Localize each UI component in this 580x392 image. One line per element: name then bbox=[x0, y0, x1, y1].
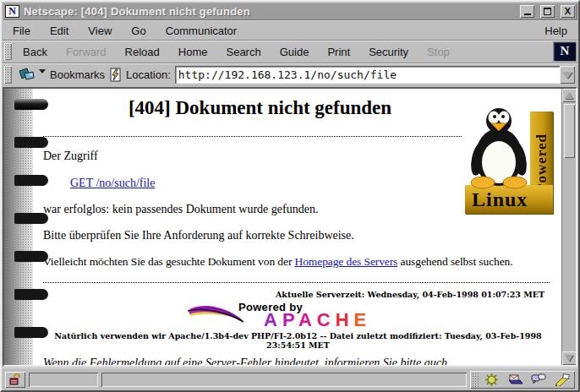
menu-edit[interactable]: Edit bbox=[50, 24, 68, 37]
location-bar: Bookmarks Location: bbox=[2, 63, 578, 86]
footer-before: Wenn die Fehlermeldung auf eine Server-F… bbox=[43, 357, 447, 365]
powered-label: Powered bbox=[533, 133, 550, 193]
menu-go[interactable]: Go bbox=[131, 24, 145, 37]
linux-label: Linux bbox=[472, 188, 528, 211]
arrow-down-icon bbox=[565, 355, 573, 362]
security-button[interactable]: Security bbox=[359, 42, 418, 62]
maximize-button[interactable] bbox=[540, 5, 555, 18]
guide-button[interactable]: Guide bbox=[271, 42, 319, 62]
browser-viewport: [404] Dokument nicht gefunden Der Zugrif… bbox=[3, 87, 577, 367]
stop-button[interactable]: Stop bbox=[418, 42, 459, 62]
linux-logo-horizontal-bar: Linux bbox=[465, 185, 553, 214]
menu-communicator[interactable]: Communicator bbox=[166, 24, 238, 37]
window-netscape-icon: N bbox=[5, 5, 19, 18]
print-button[interactable]: Print bbox=[318, 42, 359, 62]
server-info-text: Natürlich verwenden wir Apache/1.3b4-dev… bbox=[43, 331, 553, 350]
server-time-text: Aktuelle Serverzeit: Wednesday, 04-Feb-1… bbox=[43, 290, 544, 299]
back-button[interactable]: Back bbox=[14, 42, 57, 62]
mailbox-icon[interactable] bbox=[504, 373, 526, 387]
footer-note: Wenn die Fehlermeldung auf eine Server-F… bbox=[43, 356, 528, 365]
menu-file[interactable]: File bbox=[13, 24, 30, 37]
forward-button[interactable]: Forward bbox=[57, 42, 116, 62]
menu-help[interactable]: Help bbox=[544, 24, 567, 37]
divider bbox=[43, 136, 462, 137]
request-link[interactable]: GET /no/such/file bbox=[70, 177, 155, 189]
scroll-up-button[interactable] bbox=[562, 89, 577, 102]
composer-icon[interactable] bbox=[551, 373, 573, 387]
apache-feather-icon bbox=[186, 302, 245, 326]
unlocked-padlock-icon bbox=[9, 373, 21, 385]
component-bar bbox=[470, 371, 575, 389]
minimize-icon bbox=[524, 8, 531, 15]
netscape-logo[interactable]: N bbox=[554, 42, 576, 61]
url-field-frame bbox=[175, 66, 575, 84]
titlebar[interactable]: N Netscape: [404] Dokument nicht gefunde… bbox=[3, 3, 577, 20]
maximize-icon bbox=[544, 8, 551, 15]
linux-powered-logo: Powered Linux bbox=[465, 106, 553, 214]
progress-indicator bbox=[29, 373, 98, 387]
arrow-up-icon bbox=[565, 92, 573, 99]
close-icon: X bbox=[565, 8, 571, 15]
security-indicator-button[interactable] bbox=[5, 372, 25, 388]
scrollbar-thumb[interactable] bbox=[564, 104, 575, 158]
spiral-rings bbox=[14, 99, 48, 110]
bookmarks-caret-icon bbox=[39, 69, 46, 74]
scroll-down-button[interactable] bbox=[562, 351, 577, 365]
paragraph-homepage-after: ausgehend selbst suchen. bbox=[397, 255, 512, 268]
page-title: [404] Dokument nicht gefunden bbox=[43, 97, 477, 119]
divider bbox=[43, 282, 550, 283]
bookmarks-icon[interactable] bbox=[18, 68, 36, 82]
paragraph-homepage: Vielleicht möchten Sie das gesuchte Doku… bbox=[43, 255, 553, 269]
page-body: [404] Dokument nicht gefunden Der Zugrif… bbox=[4, 89, 561, 365]
url-dropdown-button[interactable] bbox=[560, 66, 575, 84]
search-button[interactable]: Search bbox=[216, 42, 270, 62]
toolbar-grip[interactable] bbox=[4, 43, 12, 60]
menu-view[interactable]: View bbox=[88, 24, 112, 37]
statusbar bbox=[2, 368, 578, 390]
status-message-area bbox=[101, 373, 467, 387]
navigator-icon[interactable] bbox=[480, 373, 502, 387]
navigation-toolbar: Back Forward Reload Home Search Guide Pr… bbox=[2, 40, 578, 63]
window-title: Netscape: [404] Dokument nicht gefunden bbox=[24, 5, 514, 18]
location-label: Location: bbox=[126, 68, 171, 81]
paragraph-schreibweise: Bitte überprüfen Sie Ihre Anforderung au… bbox=[43, 229, 553, 242]
home-button[interactable]: Home bbox=[169, 42, 217, 62]
locationbar-grip[interactable] bbox=[4, 66, 12, 84]
apache-logo: Powered by APACHE bbox=[43, 301, 553, 328]
discussions-icon[interactable] bbox=[528, 373, 550, 387]
component-bar-grip[interactable] bbox=[472, 373, 479, 387]
menubar: File Edit View Go Communicator Help bbox=[2, 20, 578, 40]
close-button[interactable]: X bbox=[561, 5, 575, 18]
apache-wordmark: APACHE bbox=[264, 313, 371, 327]
tux-penguin-icon bbox=[468, 106, 529, 189]
paragraph-homepage-before: Vielleicht möchten Sie das gesuchte Doku… bbox=[43, 255, 295, 268]
page-proxy-icon[interactable] bbox=[109, 68, 122, 82]
homepage-link[interactable]: Homepage des Servers bbox=[295, 255, 398, 268]
bookmarks-label[interactable]: Bookmarks bbox=[50, 68, 105, 81]
reload-button[interactable]: Reload bbox=[116, 42, 169, 62]
url-input[interactable] bbox=[175, 66, 560, 84]
vertical-scrollbar[interactable] bbox=[561, 89, 576, 365]
netscape-window: N Netscape: [404] Dokument nicht gefunde… bbox=[0, 0, 580, 392]
chevron-down-icon bbox=[562, 72, 572, 79]
minimize-button[interactable] bbox=[520, 5, 534, 18]
